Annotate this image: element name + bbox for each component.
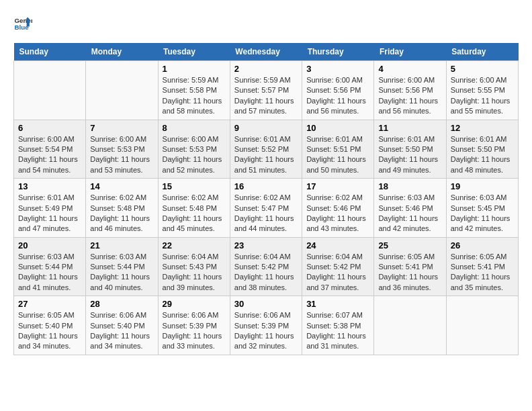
day-number: 5 [451,64,514,74]
calendar-cell: 7Sunrise: 6:00 AMSunset: 5:53 PMDaylight… [86,120,158,179]
day-info: Sunrise: 6:03 AMSunset: 5:44 PMDaylight:… [18,252,81,293]
calendar-cell: 15Sunrise: 6:02 AMSunset: 5:48 PMDayligh… [158,179,230,238]
week-row-3: 13Sunrise: 6:01 AMSunset: 5:49 PMDayligh… [14,179,519,238]
day-info: Sunrise: 6:03 AMSunset: 5:46 PMDaylight:… [378,193,441,234]
calendar-cell: 5Sunrise: 6:00 AMSunset: 5:55 PMDaylight… [446,61,518,120]
calendar-cell: 12Sunrise: 6:01 AMSunset: 5:50 PMDayligh… [446,120,518,179]
day-number: 20 [18,240,81,250]
calendar-cell: 13Sunrise: 6:01 AMSunset: 5:49 PMDayligh… [14,179,86,238]
weekday-header-wednesday: Wednesday [230,43,302,61]
day-number: 26 [451,240,514,250]
day-info: Sunrise: 5:59 AMSunset: 5:57 PMDaylight:… [234,75,298,117]
day-info: Sunrise: 6:04 AMSunset: 5:43 PMDaylight:… [163,252,226,293]
weekday-header-monday: Monday [86,43,158,61]
calendar-cell: 29Sunrise: 6:06 AMSunset: 5:39 PMDayligh… [158,296,230,355]
calendar-cell: 16Sunrise: 6:02 AMSunset: 5:47 PMDayligh… [230,179,302,238]
day-number: 21 [90,240,153,250]
day-info: Sunrise: 6:02 AMSunset: 5:47 PMDaylight:… [234,193,298,234]
calendar-cell: 2Sunrise: 5:59 AMSunset: 5:57 PMDaylight… [230,61,302,120]
calendar-cell: 23Sunrise: 6:04 AMSunset: 5:42 PMDayligh… [230,237,302,296]
calendar-cell: 27Sunrise: 6:05 AMSunset: 5:40 PMDayligh… [14,296,86,355]
week-row-2: 6Sunrise: 6:00 AMSunset: 5:54 PMDaylight… [14,120,519,179]
day-number: 7 [90,123,153,133]
calendar-cell: 6Sunrise: 6:00 AMSunset: 5:54 PMDaylight… [14,120,86,179]
day-number: 29 [163,299,226,309]
day-number: 28 [90,299,153,309]
day-info: Sunrise: 6:07 AMSunset: 5:38 PMDaylight:… [306,310,369,352]
page-header: General Blue [13,13,519,32]
day-info: Sunrise: 5:59 AMSunset: 5:58 PMDaylight:… [163,75,226,117]
weekday-header-friday: Friday [374,43,446,61]
day-number: 25 [378,240,441,250]
day-number: 3 [306,64,369,74]
calendar-cell: 4Sunrise: 6:00 AMSunset: 5:56 PMDaylight… [374,61,446,120]
day-number: 31 [306,299,369,309]
day-info: Sunrise: 6:03 AMSunset: 5:45 PMDaylight:… [451,193,514,234]
calendar-header: SundayMondayTuesdayWednesdayThursdayFrid… [14,43,519,61]
day-number: 13 [18,181,81,191]
day-number: 11 [378,123,441,133]
day-info: Sunrise: 6:00 AMSunset: 5:56 PMDaylight:… [378,75,441,117]
week-row-1: 1Sunrise: 5:59 AMSunset: 5:58 PMDaylight… [14,61,519,120]
day-number: 1 [163,64,226,74]
calendar-cell: 21Sunrise: 6:03 AMSunset: 5:44 PMDayligh… [86,237,158,296]
calendar-cell: 24Sunrise: 6:04 AMSunset: 5:42 PMDayligh… [302,237,374,296]
day-info: Sunrise: 6:01 AMSunset: 5:49 PMDaylight:… [18,193,81,234]
weekday-header-thursday: Thursday [302,43,374,61]
day-number: 18 [378,181,441,191]
calendar-cell: 17Sunrise: 6:02 AMSunset: 5:46 PMDayligh… [302,179,374,238]
calendar-cell: 10Sunrise: 6:01 AMSunset: 5:51 PMDayligh… [302,120,374,179]
day-info: Sunrise: 6:02 AMSunset: 5:48 PMDaylight:… [163,193,226,234]
calendar-body: 1Sunrise: 5:59 AMSunset: 5:58 PMDaylight… [14,61,519,355]
calendar-cell: 11Sunrise: 6:01 AMSunset: 5:50 PMDayligh… [374,120,446,179]
day-info: Sunrise: 6:00 AMSunset: 5:53 PMDaylight:… [90,134,153,176]
day-info: Sunrise: 6:00 AMSunset: 5:53 PMDaylight:… [163,134,226,176]
day-info: Sunrise: 6:00 AMSunset: 5:54 PMDaylight:… [18,134,81,176]
day-info: Sunrise: 6:03 AMSunset: 5:44 PMDaylight:… [90,252,153,293]
calendar-cell: 20Sunrise: 6:03 AMSunset: 5:44 PMDayligh… [14,237,86,296]
day-number: 12 [451,123,514,133]
day-info: Sunrise: 6:01 AMSunset: 5:50 PMDaylight:… [378,134,441,176]
day-number: 24 [306,240,369,250]
logo-icon: General Blue [13,13,32,32]
day-info: Sunrise: 6:00 AMSunset: 5:56 PMDaylight:… [306,75,369,117]
day-number: 17 [306,181,369,191]
day-number: 4 [378,64,441,74]
day-info: Sunrise: 6:04 AMSunset: 5:42 PMDaylight:… [306,252,369,293]
calendar-cell: 9Sunrise: 6:01 AMSunset: 5:52 PMDaylight… [230,120,302,179]
day-number: 23 [234,240,298,250]
weekday-row: SundayMondayTuesdayWednesdayThursdayFrid… [14,43,519,61]
day-number: 16 [234,181,298,191]
calendar-cell: 22Sunrise: 6:04 AMSunset: 5:43 PMDayligh… [158,237,230,296]
day-number: 30 [234,299,298,309]
day-info: Sunrise: 6:02 AMSunset: 5:46 PMDaylight:… [306,193,369,234]
weekday-header-tuesday: Tuesday [158,43,230,61]
day-number: 27 [18,299,81,309]
day-number: 14 [90,181,153,191]
day-number: 22 [163,240,226,250]
day-number: 9 [234,123,298,133]
day-info: Sunrise: 6:06 AMSunset: 5:40 PMDaylight:… [90,310,153,352]
week-row-5: 27Sunrise: 6:05 AMSunset: 5:40 PMDayligh… [14,296,519,355]
day-info: Sunrise: 6:05 AMSunset: 5:41 PMDaylight:… [451,252,514,293]
calendar-cell: 25Sunrise: 6:05 AMSunset: 5:41 PMDayligh… [374,237,446,296]
weekday-header-sunday: Sunday [14,43,86,61]
day-number: 2 [234,64,298,74]
weekday-header-saturday: Saturday [446,43,518,61]
day-info: Sunrise: 6:01 AMSunset: 5:50 PMDaylight:… [451,134,514,176]
calendar-cell [446,296,518,355]
day-info: Sunrise: 6:06 AMSunset: 5:39 PMDaylight:… [234,310,298,352]
calendar-cell: 3Sunrise: 6:00 AMSunset: 5:56 PMDaylight… [302,61,374,120]
calendar-cell: 18Sunrise: 6:03 AMSunset: 5:46 PMDayligh… [374,179,446,238]
day-number: 15 [163,181,226,191]
logo: General Blue [13,13,35,32]
calendar-cell [374,296,446,355]
day-info: Sunrise: 6:01 AMSunset: 5:51 PMDaylight:… [306,134,369,176]
calendar-cell [14,61,86,120]
day-info: Sunrise: 6:02 AMSunset: 5:48 PMDaylight:… [90,193,153,234]
calendar-cell [86,61,158,120]
calendar-cell: 26Sunrise: 6:05 AMSunset: 5:41 PMDayligh… [446,237,518,296]
day-info: Sunrise: 6:05 AMSunset: 5:41 PMDaylight:… [378,252,441,293]
day-number: 8 [163,123,226,133]
day-number: 6 [18,123,81,133]
